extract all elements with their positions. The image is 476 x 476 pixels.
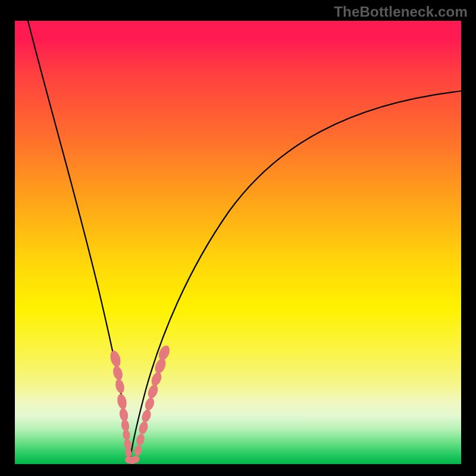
bead bbox=[146, 383, 160, 400]
bead-cluster bbox=[108, 344, 171, 464]
bead bbox=[140, 408, 152, 423]
bead bbox=[116, 393, 128, 411]
watermark-text: TheBottleneck.com bbox=[334, 4, 468, 20]
bead bbox=[133, 444, 143, 456]
bead bbox=[111, 365, 124, 381]
left-curve-line bbox=[28, 21, 130, 462]
bead bbox=[150, 371, 164, 387]
bead bbox=[135, 433, 146, 447]
bead bbox=[137, 420, 149, 435]
chart-svg bbox=[15, 21, 461, 464]
right-curve-line bbox=[130, 91, 461, 462]
bead bbox=[122, 429, 131, 441]
chart-plot-area bbox=[15, 21, 461, 464]
bead bbox=[143, 396, 156, 411]
bead bbox=[132, 456, 140, 463]
bead bbox=[108, 349, 122, 368]
bead bbox=[114, 378, 126, 394]
